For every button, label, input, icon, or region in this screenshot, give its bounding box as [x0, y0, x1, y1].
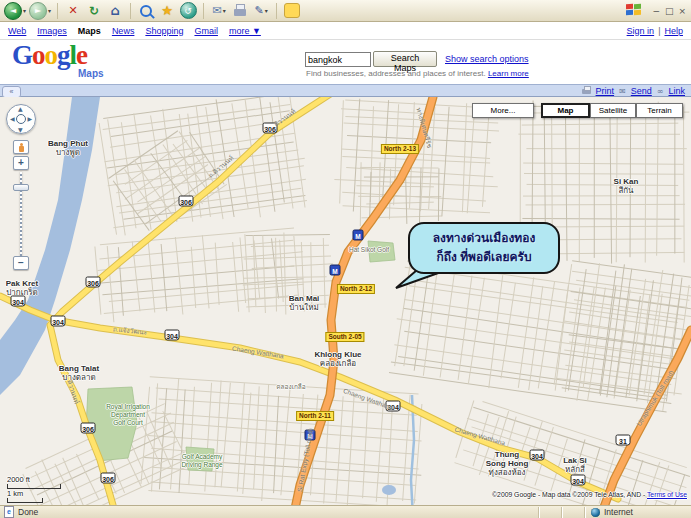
place-name-thai: หลักสี่	[563, 465, 587, 474]
more-button[interactable]: More...	[472, 103, 534, 118]
terms-of-use-link[interactable]: Terms of Use	[647, 491, 687, 498]
browser-status-bar: e Done Internet	[0, 505, 691, 518]
history-button[interactable]: ↺	[179, 2, 197, 20]
send-link[interactable]: Send	[631, 86, 652, 96]
route-shield-M: M	[353, 230, 364, 241]
show-search-options-link[interactable]: Show search options	[445, 54, 529, 64]
pan-right-icon[interactable]: ▶	[27, 115, 32, 122]
maps-logo-sub: Maps	[78, 68, 104, 79]
poi-line: Driving Range	[181, 461, 222, 469]
place-name-thai: ทุ่งสองห้อง	[486, 468, 529, 477]
learn-more-link[interactable]: Learn more	[488, 69, 529, 78]
status-zone-1	[538, 507, 561, 518]
place-label: ThungSong Hongทุ่งสองห้อง	[486, 450, 529, 478]
print-link[interactable]: Print	[596, 86, 615, 96]
send-icon: ✉	[619, 87, 626, 96]
help-link[interactable]: Help	[664, 26, 683, 36]
map-action-bar: « Print ✉ Send ∞ Link	[0, 84, 691, 97]
place-name: Khlong Klue	[314, 350, 361, 359]
toolbar-separator	[57, 3, 58, 19]
print-icon	[582, 89, 591, 94]
copyright-text: ©2009 Google - Map data ©2009 Tele Atlas…	[492, 491, 647, 498]
stop-button[interactable]: ✕	[64, 2, 82, 20]
forward-button[interactable]: ►▾	[29, 2, 51, 20]
route-shield-304: 304	[11, 296, 26, 307]
edit-button[interactable]: ✎▾	[252, 2, 270, 20]
favorites-button[interactable]: ★	[158, 2, 176, 20]
home-button[interactable]: ⌂	[106, 2, 124, 20]
search-input[interactable]	[305, 52, 371, 67]
print-button[interactable]	[231, 2, 249, 20]
pan-left-icon[interactable]: ◀	[10, 115, 15, 122]
nav-link-images[interactable]: Images	[37, 26, 67, 36]
poi-label: Golf AcademyDriving Range	[181, 453, 222, 469]
pan-down-icon[interactable]: ▼	[18, 126, 23, 133]
sign-in-link[interactable]: Sign in	[627, 26, 655, 36]
notes-button[interactable]	[283, 2, 301, 20]
minimize-button[interactable]: −	[652, 6, 660, 16]
back-icon: ◄	[4, 2, 22, 20]
place-name-thai: สีกัน	[614, 186, 639, 195]
route-shield-31: 31	[616, 435, 631, 446]
toolbar-separator	[203, 3, 204, 19]
route-shield-304: 304	[165, 330, 180, 341]
search-icon	[140, 5, 152, 17]
link-link[interactable]: Link	[668, 86, 685, 96]
nav-link-maps[interactable]: Maps	[78, 26, 101, 36]
nav-link-shopping[interactable]: Shopping	[145, 26, 183, 36]
nav-link-more[interactable]: more ▼	[229, 26, 261, 36]
nav-link-news[interactable]: News	[112, 26, 135, 36]
mail-button[interactable]: ✉▾	[210, 2, 228, 20]
satellite-view-button[interactable]: Satellite	[590, 103, 636, 118]
page-icon: e	[4, 506, 14, 518]
zoom-out-button[interactable]: −	[13, 256, 29, 270]
edit-icon: ✎	[254, 4, 263, 17]
zoom-in-button[interactable]: +	[13, 156, 29, 170]
map-view-button[interactable]: Map	[541, 103, 590, 118]
security-zone: Internet	[584, 507, 691, 518]
toolbar-separator	[130, 3, 131, 19]
poi-line: Golf Court	[106, 419, 150, 427]
exit-label: North 2-13	[381, 144, 419, 154]
zone-label: Internet	[604, 507, 633, 517]
pan-up-icon[interactable]: ▲	[18, 105, 23, 112]
place-label: Bang Phutบางพูด	[48, 139, 88, 157]
back-button[interactable]: ◄▾	[4, 2, 26, 20]
place-label: Lak Siหลักสี่	[563, 456, 587, 474]
route-shield-306: 306	[101, 473, 116, 484]
pan-center-icon[interactable]	[16, 114, 26, 124]
forward-icon: ►	[29, 2, 47, 20]
home-icon: ⌂	[110, 3, 119, 18]
street-view-pegman-button[interactable]	[13, 140, 29, 154]
zoom-slider-handle[interactable]	[13, 184, 29, 191]
route-shield-306: 306	[86, 277, 101, 288]
logo-letter: o	[45, 40, 58, 70]
logo-letter: g	[57, 40, 70, 70]
terrain-view-button[interactable]: Terrain	[636, 103, 683, 118]
annotation-callout: ลงทางด่วนเมืองทอง ก็ถึง ที่พอดีเลยครับ	[408, 222, 560, 274]
exit-label: North 2-11	[296, 411, 334, 421]
search-maps-button[interactable]: Search Maps	[373, 51, 437, 67]
poi-label: Hat Sikot Golf	[349, 246, 389, 254]
restore-button[interactable]: □	[665, 6, 674, 16]
close-button[interactable]: ×	[678, 6, 686, 16]
poi-line: Royal Irrigation	[106, 403, 150, 411]
place-label: Khlong Klueคลองเกลือ	[314, 350, 361, 368]
link-divider: |	[658, 26, 660, 36]
search-button[interactable]	[137, 2, 155, 20]
place-name: Song Hong	[486, 459, 529, 468]
search-hint: Find businesses, addresses and places of…	[306, 69, 529, 78]
place-name-thai: คลองเกลือ	[314, 359, 361, 368]
refresh-button[interactable]: ↻	[85, 2, 103, 20]
map-canvas[interactable]: Bang PhutบางพูดSi KanสีกันPak Kretปากเกร…	[0, 97, 691, 505]
nav-link-gmail[interactable]: Gmail	[194, 26, 218, 36]
nav-link-web[interactable]: Web	[8, 26, 26, 36]
map-pan-control[interactable]: ▲ ▼ ◀ ▶	[6, 104, 36, 134]
poi-line: Hat Sikot Golf	[349, 246, 389, 254]
scale-km-label: 1 km	[7, 489, 61, 498]
link-icon: ∞	[657, 87, 664, 96]
callout-line1: ลงทางด่วนเมืองทอง	[433, 229, 536, 248]
poi-line: คลองเกลือ	[276, 383, 305, 391]
place-label: Si Kanสีกัน	[614, 177, 639, 195]
poi-line: Department	[106, 411, 150, 419]
